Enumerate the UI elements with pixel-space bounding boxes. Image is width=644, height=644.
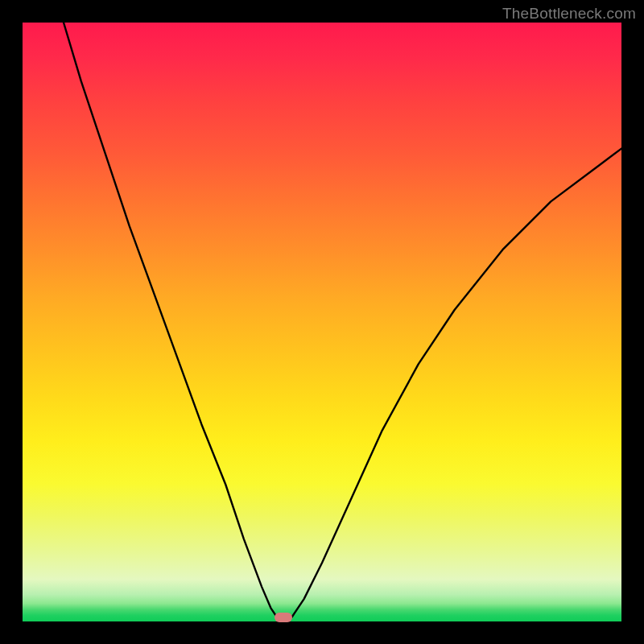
- chart-plot-area: [21, 21, 623, 623]
- watermark-text: TheBottleneck.com: [502, 5, 636, 23]
- optimal-point-marker: [275, 613, 292, 622]
